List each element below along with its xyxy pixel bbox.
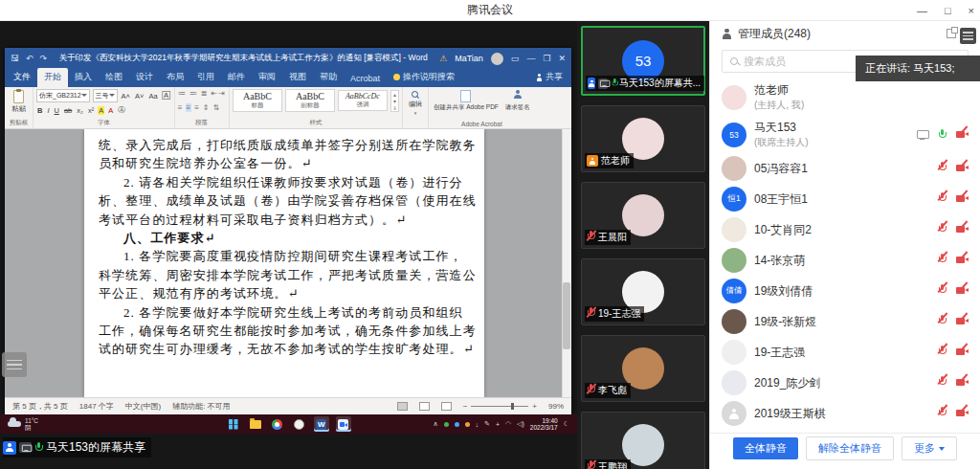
tab-references[interactable]: 引用: [190, 68, 221, 87]
maximize-button[interactable]: □: [945, 5, 951, 16]
video-tile[interactable]: 王鹏翔: [581, 412, 705, 469]
member-row[interactable]: 倩倩 19级刘倩倩: [710, 276, 980, 306]
camera-off-icon[interactable]: [956, 160, 969, 177]
mic-on-icon[interactable]: [938, 129, 947, 141]
word-user-avatar[interactable]: [491, 53, 503, 65]
meeting-taskbar-button[interactable]: [336, 416, 351, 432]
browser-button[interactable]: [270, 416, 285, 432]
camera-off-icon[interactable]: [956, 252, 969, 269]
member-row[interactable]: 2019级王斯棋: [710, 398, 980, 429]
font-name-select[interactable]: 仿宋_GB2312: [36, 89, 90, 102]
mic-off-icon[interactable]: [938, 160, 947, 177]
save-icon[interactable]: 🖫: [11, 54, 19, 63]
pen-icon[interactable]: ✎: [484, 420, 490, 428]
camera-off-icon[interactable]: [956, 126, 969, 144]
panel-menu-icon[interactable]: [960, 28, 976, 44]
tray-thumb-icon[interactable]: [465, 422, 470, 427]
member-row[interactable]: 19级-张新煜: [710, 306, 980, 337]
video-tile[interactable]: 19-王志强: [581, 258, 705, 325]
clear-format-icon[interactable]: 🄰: [162, 91, 171, 100]
multilevel-icon[interactable]: ≣: [201, 89, 209, 98]
sort-icon[interactable]: ⇅: [213, 103, 221, 112]
member-row[interactable]: 53 马天153 (联席主持人): [710, 116, 980, 153]
tab-insert[interactable]: 插入: [68, 68, 99, 87]
camera-off-icon[interactable]: [956, 190, 969, 208]
web-layout-icon[interactable]: [441, 402, 452, 411]
shrink-font-icon[interactable]: A˅: [134, 92, 145, 100]
paste-button[interactable]: 粘贴: [8, 89, 30, 115]
style-emphasis[interactable]: AaBbCcDc 强调: [338, 90, 388, 111]
start-button[interactable]: [226, 416, 241, 432]
line-spacing-icon[interactable]: ⇕: [203, 103, 211, 112]
close-button[interactable]: ×: [969, 5, 974, 16]
mic-off-icon[interactable]: [938, 344, 947, 361]
tab-layout[interactable]: 布局: [160, 68, 190, 87]
download-icon[interactable]: ↓: [476, 421, 479, 428]
more-button[interactable]: 更多: [902, 436, 957, 460]
print-layout-icon[interactable]: [419, 402, 430, 411]
bullets-icon[interactable]: ≔: [178, 89, 187, 98]
video-tile[interactable]: 王晨阳: [581, 182, 705, 249]
underline-icon[interactable]: U: [54, 106, 60, 115]
indent-icons[interactable]: ⇤⇥: [212, 89, 226, 98]
zoom-level[interactable]: 99%: [548, 402, 564, 411]
font-color-icon[interactable]: A: [107, 106, 114, 115]
tab-draw[interactable]: 绘图: [99, 68, 129, 87]
member-row[interactable]: 范老师 (主持人, 我): [710, 78, 980, 116]
tab-review[interactable]: 审阅: [252, 68, 282, 87]
align-left-icon[interactable]: ≡: [178, 103, 184, 112]
vertical-scrollbar[interactable]: [562, 129, 571, 397]
member-row[interactable]: 14-张京萌: [710, 245, 980, 276]
clock[interactable]: 19:402022/3/17: [530, 417, 558, 432]
camera-off-icon[interactable]: [956, 405, 969, 422]
camera-off-icon[interactable]: [956, 344, 969, 361]
tell-me-search[interactable]: 操作说明搜索: [387, 68, 461, 87]
wifi-icon[interactable]: ◠: [505, 420, 511, 428]
member-row[interactable]: 2019_陈少剑: [710, 368, 980, 398]
editing-button[interactable]: 编辑 ▾: [406, 89, 425, 118]
accessibility-status[interactable]: 辅助功能: 不可用: [172, 401, 230, 412]
night-mode-icon[interactable]: ☾: [564, 420, 569, 428]
styles-scroll[interactable]: ▴▾⇓: [390, 90, 399, 112]
undo-icon[interactable]: ↶: [26, 54, 33, 63]
video-tile[interactable]: 范老师: [581, 105, 705, 172]
camera-off-icon[interactable]: [956, 374, 969, 391]
mic-off-icon[interactable]: [938, 405, 947, 422]
language-indicator[interactable]: 中文(中国): [125, 401, 161, 412]
redo-icon[interactable]: ↷: [40, 54, 48, 63]
mute-all-button[interactable]: 全体静音: [733, 437, 798, 459]
word-restore-button[interactable]: ❐: [543, 54, 550, 63]
tray-cloud-icon[interactable]: [455, 422, 459, 427]
file-explorer-button[interactable]: [248, 416, 263, 432]
word-minimize-button[interactable]: —: [526, 54, 535, 63]
member-row[interactable]: 恒1 08王宇恒1: [710, 184, 980, 214]
volume-icon[interactable]: ◁): [517, 420, 524, 428]
italic-icon[interactable]: I: [46, 106, 50, 115]
member-row[interactable]: 19-王志强: [710, 337, 980, 368]
style-subtitle[interactable]: AaBbC 副标题: [285, 89, 335, 112]
scrollbar-thumb[interactable]: [563, 282, 570, 349]
member-row[interactable]: 05冯容容1: [710, 153, 980, 184]
video-tile-screen-share[interactable]: 53 马天153的屏幕共...: [581, 26, 705, 96]
word-share-button[interactable]: 共享: [529, 68, 569, 87]
mic-off-icon[interactable]: [938, 190, 947, 208]
strikethrough-icon[interactable]: ab: [63, 106, 73, 115]
read-mode-icon[interactable]: [397, 402, 408, 411]
camera-off-icon[interactable]: [956, 221, 969, 238]
tab-home[interactable]: 开始: [37, 68, 68, 87]
ribbon-display-icon[interactable]: ▭: [511, 54, 520, 63]
highlight-icon[interactable]: A: [98, 106, 104, 115]
superscript-icon[interactable]: x²: [87, 106, 95, 115]
word-close-button[interactable]: ✕: [558, 54, 566, 63]
camera-off-icon[interactable]: [956, 313, 969, 330]
tab-design[interactable]: 设计: [129, 68, 160, 87]
subscript-icon[interactable]: x₂: [76, 106, 84, 115]
minimize-button[interactable]: —: [917, 5, 927, 16]
page-indicator[interactable]: 第 5 页，共 5 页: [12, 401, 68, 412]
mic-off-icon[interactable]: [938, 313, 947, 330]
tab-view[interactable]: 视图: [282, 68, 313, 87]
enclose-char-icon[interactable]: Ⓐ: [117, 105, 126, 115]
align-center-icon[interactable]: ≡: [186, 103, 191, 112]
grow-font-icon[interactable]: A˄: [121, 92, 131, 100]
mic-off-icon[interactable]: [938, 374, 947, 391]
